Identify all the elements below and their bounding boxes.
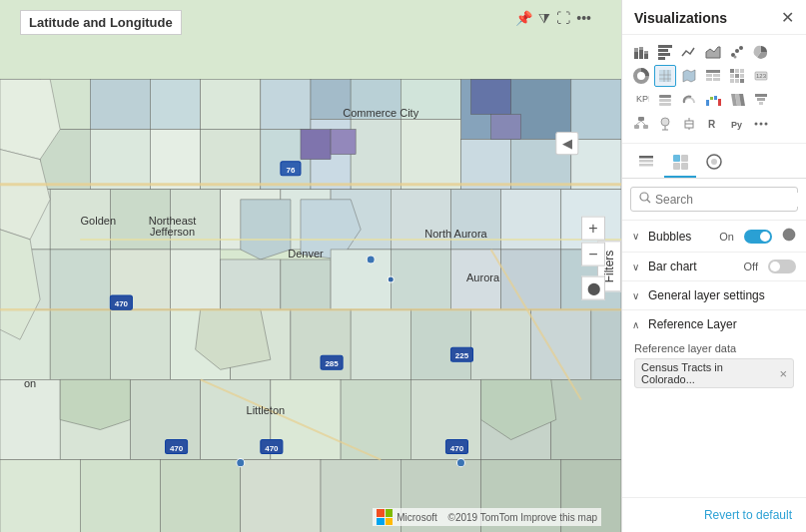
- focus-icon[interactable]: ⛶: [556, 10, 570, 27]
- svg-point-177: [661, 118, 669, 126]
- svg-rect-49: [391, 250, 450, 309]
- viz-waterfall-icon[interactable]: [702, 89, 724, 111]
- viz-map-icon[interactable]: [654, 65, 676, 87]
- bar-chart-toggle[interactable]: [768, 260, 796, 273]
- zoom-out-button[interactable]: −: [581, 242, 605, 266]
- zoom-in-button[interactable]: +: [581, 216, 605, 240]
- section-bar-chart-label: Bar chart: [648, 260, 697, 273]
- svg-rect-153: [730, 79, 734, 83]
- svg-rect-26: [331, 130, 356, 155]
- viz-python-icon[interactable]: Py: [726, 113, 748, 135]
- viz-box-icon[interactable]: [678, 113, 700, 135]
- svg-text:225: 225: [455, 351, 469, 360]
- svg-rect-59: [351, 309, 410, 379]
- viz-kpi-icon[interactable]: KPI: [630, 89, 652, 111]
- search-icon: [639, 192, 651, 207]
- viz-decomp-icon[interactable]: [630, 113, 652, 135]
- viz-more-icon[interactable]: [750, 113, 772, 135]
- viz-r-icon[interactable]: R: [702, 113, 724, 135]
- section-bubbles-header[interactable]: ∨ Bubbles On: [622, 221, 806, 252]
- section-bar-chart-header[interactable]: ∨ Bar chart Off: [622, 253, 806, 280]
- svg-rect-162: [706, 100, 709, 106]
- svg-rect-4: [150, 79, 200, 129]
- viz-line-icon[interactable]: [678, 41, 700, 63]
- svg-rect-12: [571, 79, 621, 139]
- tab-strip: [622, 144, 806, 179]
- svg-rect-155: [740, 79, 744, 83]
- viz-bar-icon[interactable]: [654, 41, 676, 63]
- reference-layer-body: Reference layer data Census Tracts in Co…: [622, 338, 806, 396]
- svg-point-84: [367, 256, 375, 264]
- viz-table-icon[interactable]: [702, 65, 724, 87]
- viz-matrix-icon[interactable]: [726, 65, 748, 87]
- svg-point-135: [734, 56, 737, 59]
- section-general-layer: ∨ General layer settings: [622, 280, 806, 309]
- viz-filled-map-icon[interactable]: [678, 65, 700, 87]
- svg-rect-20: [351, 120, 401, 190]
- svg-point-186: [755, 123, 758, 126]
- panel-close-button[interactable]: ✕: [781, 10, 794, 26]
- svg-rect-3: [90, 79, 150, 129]
- filter-icon[interactable]: ⧩: [538, 10, 550, 27]
- svg-rect-75: [161, 460, 241, 532]
- viz-donut-icon[interactable]: [630, 65, 652, 87]
- svg-rect-55: [110, 309, 170, 379]
- search-input[interactable]: [655, 193, 805, 207]
- svg-rect-191: [639, 164, 653, 167]
- viz-ribbon-icon[interactable]: [726, 89, 748, 111]
- bar-chart-toggle-label: Off: [744, 261, 758, 272]
- viz-row-1: [630, 41, 798, 63]
- svg-rect-5: [201, 79, 261, 129]
- svg-rect-124: [639, 47, 643, 50]
- bubbles-toggle[interactable]: [744, 230, 772, 244]
- svg-rect-73: [0, 460, 80, 532]
- viz-gauge-icon[interactable]: [678, 89, 700, 111]
- viz-card-icon[interactable]: 123: [750, 65, 772, 87]
- search-box[interactable]: [630, 187, 798, 212]
- bubbles-toggle-label: On: [719, 231, 734, 243]
- svg-rect-189: [639, 156, 653, 159]
- svg-rect-129: [658, 53, 670, 56]
- more-icon[interactable]: •••: [576, 10, 591, 27]
- map-svg: 76 470 470 470 470 285 225 Commerce City…: [0, 0, 621, 532]
- svg-rect-146: [713, 78, 720, 81]
- viz-funnel-icon[interactable]: [750, 89, 772, 111]
- svg-rect-144: [713, 74, 720, 77]
- svg-point-87: [456, 459, 464, 467]
- section-reference-layer-header[interactable]: ∧ Reference Layer: [622, 310, 806, 338]
- svg-rect-194: [673, 163, 680, 170]
- ref-tag-remove-button[interactable]: ×: [779, 367, 787, 380]
- svg-rect-21: [401, 120, 460, 190]
- svg-text:KPI: KPI: [636, 94, 649, 104]
- map-area[interactable]: 76 470 470 470 470 285 225 Commerce City…: [0, 0, 621, 532]
- zoom-arrow-button[interactable]: ⬤: [581, 275, 605, 299]
- revert-to-default-button[interactable]: Revert to default: [700, 506, 796, 524]
- svg-point-134: [739, 46, 743, 50]
- svg-rect-45: [171, 250, 221, 309]
- chevron-reference-layer: ∧: [632, 319, 642, 330]
- viz-pie-icon[interactable]: [750, 41, 772, 63]
- viz-key-influencers-icon[interactable]: [654, 113, 676, 135]
- svg-rect-169: [755, 94, 767, 97]
- svg-rect-62: [531, 309, 591, 379]
- viz-stacked-bar-icon[interactable]: [630, 41, 652, 63]
- svg-rect-145: [706, 78, 712, 81]
- tab-fields[interactable]: [630, 148, 662, 178]
- section-general-layer-header[interactable]: ∨ General layer settings: [622, 281, 806, 309]
- viz-scatter-icon[interactable]: [726, 41, 748, 63]
- viz-area-icon[interactable]: [702, 41, 724, 63]
- pin-icon[interactable]: 📌: [515, 10, 532, 27]
- svg-text:Aurora: Aurora: [466, 271, 500, 283]
- svg-point-86: [237, 459, 245, 467]
- svg-marker-40: [241, 200, 291, 260]
- tab-format[interactable]: [664, 148, 696, 178]
- svg-rect-128: [658, 49, 668, 52]
- tab-analytics[interactable]: [698, 148, 730, 178]
- chevron-general-layer: ∨: [632, 290, 642, 301]
- svg-point-197: [711, 159, 717, 165]
- viz-slicer-icon[interactable]: [654, 89, 676, 111]
- svg-text:Py: Py: [731, 120, 742, 130]
- svg-rect-43: [50, 250, 110, 309]
- svg-rect-122: [634, 48, 638, 52]
- zoom-controls: + − ⬤: [581, 216, 605, 299]
